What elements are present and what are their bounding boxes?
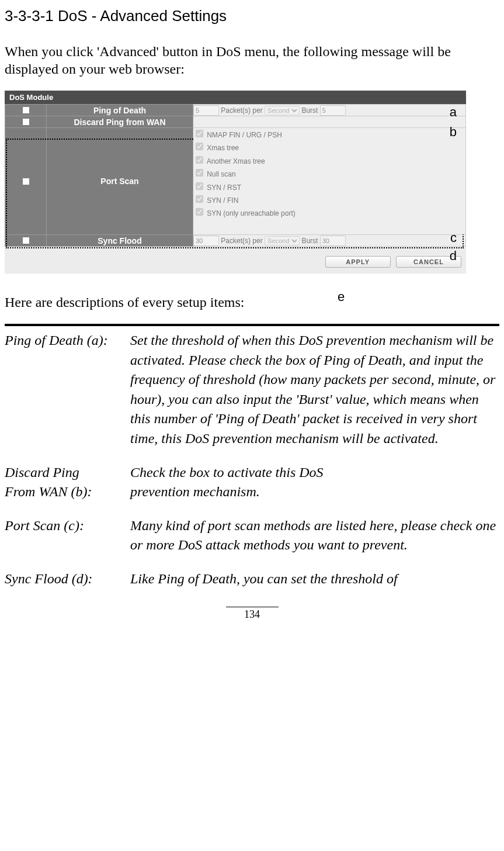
page-number: 134 <box>226 607 279 621</box>
after-shot-text: Here are descriptions of every setup ite… <box>5 293 499 311</box>
dos-module-header: DoS Module <box>5 91 466 104</box>
button-row: APPLY CANCEL <box>5 247 466 274</box>
ping-of-death-value-cell: Packet(s) per Second Burst <box>193 105 466 116</box>
ping-burst-input[interactable] <box>320 105 346 116</box>
scan-item-checkbox-1[interactable] <box>196 143 203 150</box>
dos-module-screenshot: DoS Module Ping of Death Packet(s) per S… <box>5 91 466 274</box>
ping-of-death-checkbox[interactable] <box>22 106 30 114</box>
scan-item-checkbox-3[interactable] <box>196 169 203 177</box>
ping-of-death-label: Ping of Death <box>47 105 193 116</box>
def-ping-desc: Set the threshold of when this DoS preve… <box>130 331 499 449</box>
discard-ping-checkbox[interactable] <box>22 118 30 126</box>
discard-ping-label: Discard Ping from WAN <box>47 116 193 128</box>
annotation-e: e <box>338 289 345 305</box>
def-discard-desc2: prevention mechanism. <box>130 482 499 502</box>
discard-ping-value-cell <box>193 116 466 128</box>
scan-item-label-3: Null scan <box>207 170 235 178</box>
scan-item-label-6: SYN (only unreachable port) <box>207 209 295 217</box>
def-sync-desc: Like Ping of Death, you can set the thre… <box>130 569 499 589</box>
scan-item-checkbox-5[interactable] <box>196 195 203 203</box>
def-portscan-desc: Many kind of port scan methods are liste… <box>130 516 499 555</box>
scan-item-label-2: Another Xmas tree <box>207 157 265 165</box>
scan-item-checkbox-2[interactable] <box>196 156 203 164</box>
def-discard-term1: Discard Ping <box>5 463 130 483</box>
def-ping-term: Ping of Death (a): <box>5 331 130 449</box>
def-portscan-term: Port Scan (c): <box>5 516 130 555</box>
ping-packets-label: Packet(s) per <box>221 106 265 115</box>
definitions-block: Ping of Death (a): Set the threshold of … <box>5 324 499 589</box>
ping-packets-input[interactable] <box>193 105 219 116</box>
scan-item-label-0: NMAP FIN / URG / PSH <box>207 131 281 139</box>
port-scan-value-cell: NMAP FIN / URG / PSH Xmas tree Another X… <box>193 128 466 235</box>
annotation-a: a <box>450 105 457 120</box>
scan-item-checkbox-4[interactable] <box>196 182 203 190</box>
scan-item-label-1: Xmas tree <box>207 144 239 152</box>
annotation-b: b <box>450 124 457 140</box>
scan-item-label-4: SYN / RST <box>207 184 241 192</box>
annotation-d: d <box>450 248 457 264</box>
def-discard-term2: From WAN (b): <box>5 482 130 502</box>
scan-item-label-5: SYN / FIN <box>207 196 238 205</box>
scan-item-checkbox-0[interactable] <box>196 130 203 137</box>
scan-item-checkbox-6[interactable] <box>196 208 203 216</box>
annotation-c: c <box>450 230 457 245</box>
intro-text: When you click 'Advanced' button in DoS … <box>5 43 499 78</box>
def-sync-term: Sync Flood (d): <box>5 569 130 589</box>
sync-unit-select[interactable]: Second <box>265 236 300 245</box>
ping-burst-label: Burst <box>301 106 319 115</box>
def-discard-desc1: Check the box to activate this DoS <box>130 463 499 483</box>
section-heading: 3-3-3-1 DoS - Advanced Settings <box>5 7 499 25</box>
apply-button[interactable]: APPLY <box>325 256 391 268</box>
ping-unit-select[interactable]: Second <box>265 106 300 115</box>
